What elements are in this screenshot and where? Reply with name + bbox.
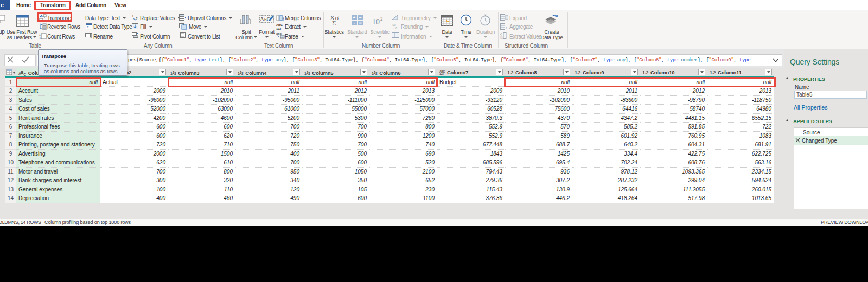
svg-text:◫: ◫	[500, 35, 503, 39]
svg-text:×: ×	[359, 21, 362, 25]
svg-text:→.0: →.0	[392, 27, 397, 29]
svg-text:AbC: AbC	[260, 16, 271, 22]
svg-text:2: 2	[136, 17, 138, 21]
svg-text:10: 10	[372, 18, 380, 25]
svg-text:+: +	[353, 15, 356, 20]
svg-text:Σ: Σ	[506, 26, 508, 30]
svg-text:÷: ÷	[353, 21, 356, 25]
svg-text:abc: abc	[276, 32, 282, 35]
svg-text:123: 123	[276, 27, 281, 30]
svg-text:−: −	[359, 15, 362, 20]
svg-text:3: 3	[39, 36, 41, 39]
svg-text:1: 1	[132, 14, 134, 18]
svg-text:}: }	[283, 16, 284, 21]
svg-text:ABC: ABC	[276, 23, 283, 27]
svg-text:2: 2	[380, 17, 383, 22]
svg-text:Σ: Σ	[332, 19, 336, 25]
